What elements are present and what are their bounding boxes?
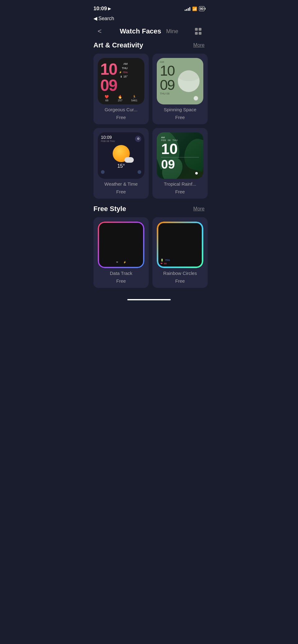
wf-weather-dot-left — [101, 170, 105, 174]
watch-card-spinning-space[interactable]: AM 1009 THU 08 Spinning Space Free — [152, 54, 208, 124]
wifi-icon: 📶 — [192, 7, 197, 11]
watch-card-weather-time[interactable]: 10:09 FEB 08 THU ⚙ 15° — [93, 128, 149, 199]
status-bar: 10:09 ▶ 📶 90 — [88, 0, 210, 15]
search-label[interactable]: Search — [98, 16, 114, 21]
art-creativity-more-button[interactable]: More — [193, 42, 205, 48]
gorgeous-cur-price: Free — [116, 115, 126, 120]
watch-card-rainbow-circles[interactable]: THU 08 10 09 🔋 75% ❤ 68 Rai — [152, 217, 208, 288]
back-arrow-search[interactable]: ◀ — [93, 15, 97, 21]
data-track-name: Data Track — [110, 271, 133, 276]
watch-face-spinning-space-img: AM 1009 THU 08 — [157, 58, 203, 104]
wf-rainbow-design: THU 08 10 09 🔋 75% ❤ 68 — [157, 222, 203, 268]
art-creativity-header: Art & Creativity More — [93, 41, 205, 49]
gorgeous-cur-name: Gorgeous Cur... — [105, 107, 138, 112]
watch-card-data-track[interactable]: 10 09 FEB 08 ❤ ⚡ Data Track Free — [93, 217, 149, 288]
wf-spinning-design: AM 1009 THU 08 — [157, 58, 203, 104]
wf-rainbow-battery-row: 🔋 75% — [160, 259, 200, 262]
wf-tropical-design: AM FEB 08 THU 10 09 — [157, 132, 203, 179]
tropical-price: Free — [175, 189, 185, 194]
wf-gorgeous-info: AM THU ⚡ 75% 🌡 15° — [119, 61, 128, 78]
wf-weather-bottom-row — [101, 169, 141, 174]
wf-gorgeous-digits: 1009 — [100, 61, 117, 93]
wf-rainbow-heart-icon: ❤ — [160, 262, 163, 265]
wf-weather-cloud — [124, 157, 134, 163]
spinning-space-price: Free — [175, 115, 185, 120]
signal-bar-1 — [185, 10, 186, 11]
search-back-nav[interactable]: ◀ Search — [88, 15, 210, 23]
battery-indicator: 90 — [199, 6, 205, 11]
wf-gorgeous-design: 1009 AM THU ⚡ 75% 🌡 15° ❤️ 68 — [98, 58, 144, 104]
wf-rainbow-bottom: 🔋 75% ❤ 68 — [157, 259, 203, 265]
wf-spinning-circle — [178, 70, 200, 92]
battery-level: 90 — [200, 7, 204, 11]
watch-face-weather-time-img: 10:09 FEB 08 THU ⚙ 15° — [98, 132, 144, 179]
run-icon: 🏃 — [131, 95, 138, 99]
free-style-cards-grid: 10 09 FEB 08 ❤ ⚡ Data Track Free THU 08 … — [93, 217, 205, 288]
watch-face-rainbow-circles-img: THU 08 10 09 🔋 75% ❤ 68 — [157, 222, 203, 268]
wf-gorgeous-battery: ⚡ 75% — [119, 71, 128, 74]
wf-gorgeous-day: THU — [122, 67, 128, 70]
grid-dot-2 — [199, 28, 201, 31]
grid-dot-1 — [195, 28, 198, 31]
wf-weather-planet-display — [101, 145, 141, 162]
back-chevron-icon[interactable]: < — [98, 27, 102, 35]
wf-tropical-hour: 10 — [161, 142, 199, 157]
wf-datatrack-bottom: ❤ ⚡ — [116, 261, 126, 264]
nav-title-group: Watch Faces Mine — [120, 27, 178, 35]
back-button[interactable]: < — [95, 26, 105, 36]
wf-weather-time-info: 10:09 FEB 08 THU — [101, 135, 115, 143]
watch-face-tropical-img: AM FEB 08 THU 10 09 — [157, 132, 203, 179]
nav-header: < Watch Faces Mine — [88, 23, 210, 41]
weather-time-name: Weather & Time — [104, 181, 138, 187]
rainbow-circles-price: Free — [175, 278, 185, 284]
watch-card-gorgeous-cur[interactable]: 1009 AM THU ⚡ 75% 🌡 15° ❤️ 68 — [93, 54, 149, 124]
wf-gorgeous-stat-run: 🏃 5461 — [131, 95, 138, 102]
signal-bar-4 — [189, 7, 190, 11]
fire-icon: 🔥 — [118, 95, 122, 99]
wf-gorgeous-temp: 🌡 15° — [120, 75, 128, 78]
wf-weather-power-icon: ⚙ — [135, 136, 141, 142]
wf-gorgeous-heart-val: 68 — [105, 99, 109, 102]
wf-tropical-dot — [195, 172, 198, 174]
watch-card-tropical[interactable]: AM FEB 08 THU 10 09 Tropical Rainf... Fr… — [152, 128, 208, 199]
free-style-section: Free Style More 10 09 FEB 08 ❤ ⚡ Data Tr… — [88, 205, 210, 294]
signal-bars — [185, 7, 190, 11]
weather-time-price: Free — [116, 189, 126, 194]
free-style-more-button[interactable]: More — [193, 206, 205, 212]
page-title: Watch Faces — [120, 27, 161, 35]
location-icon: ▶ — [108, 7, 111, 11]
mine-tab[interactable]: Mine — [166, 28, 178, 35]
grid-icon — [195, 28, 202, 35]
free-style-header: Free Style More — [93, 205, 205, 213]
wf-rainbow-heart-val: 68 — [164, 262, 167, 265]
signal-bar-2 — [186, 9, 187, 11]
grid-dot-3 — [195, 32, 198, 35]
wf-gorgeous-steps-val: 257 — [118, 99, 122, 102]
wf-weather-date-display: FEB 08 THU — [101, 140, 115, 143]
wf-weather-time-display: 10:09 — [101, 135, 115, 140]
wf-gorgeous-time: 1009 AM THU ⚡ 75% 🌡 15° — [100, 61, 142, 93]
wf-spinning-dot — [193, 96, 198, 101]
art-creativity-section: Art & Creativity More 1009 AM THU ⚡ 75% … — [88, 41, 210, 205]
grid-view-button[interactable] — [193, 26, 203, 36]
wf-spinning-date: THU 08 — [160, 92, 200, 95]
wf-tropical-min: 09 — [161, 158, 199, 170]
wf-gorgeous-am: AM — [124, 62, 128, 65]
wf-weather-time-row: 10:09 FEB 08 THU ⚙ — [101, 135, 141, 143]
wf-weather-temperature: 15° — [101, 163, 141, 169]
spinning-space-name: Spinning Space — [164, 107, 196, 112]
time-display: 10:09 — [93, 6, 107, 12]
watch-face-data-track-img: 10 09 FEB 08 ❤ ⚡ — [98, 222, 144, 268]
art-creativity-title: Art & Creativity — [93, 41, 143, 49]
wf-weather-design: 10:09 FEB 08 THU ⚙ 15° — [98, 132, 144, 179]
wf-weather-dot-right — [138, 170, 141, 174]
wf-datatrack-design: 10 09 FEB 08 ❤ ⚡ — [98, 222, 144, 268]
wf-rainbow-heart-row: ❤ 68 — [160, 262, 200, 265]
watch-face-gorgeous-cur-img: 1009 AM THU ⚡ 75% 🌡 15° ❤️ 68 — [98, 58, 144, 104]
wf-tropical-am: AM — [161, 136, 199, 139]
free-style-title: Free Style — [93, 205, 126, 213]
status-time: 10:09 ▶ — [93, 6, 111, 12]
wf-gorgeous-stat-steps: 🔥 257 — [118, 95, 122, 102]
scroll-indicator — [127, 299, 171, 300]
signal-bar-3 — [188, 8, 189, 11]
